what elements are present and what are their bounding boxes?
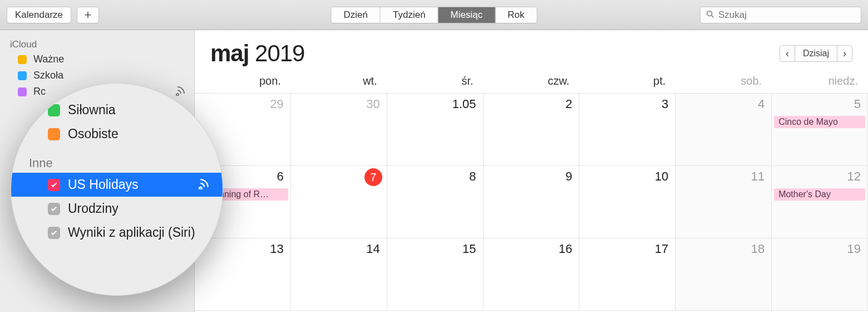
- prev-button[interactable]: ‹: [780, 46, 795, 61]
- calendar-cell[interactable]: 16: [484, 238, 580, 311]
- sidebar-section-icloud: iCloud: [0, 36, 194, 51]
- view-week[interactable]: Tydzień: [381, 7, 438, 23]
- zoom-item-urodziny[interactable]: Urodziny: [11, 197, 223, 221]
- date-nav: ‹ Dzisiaj ›: [780, 45, 852, 62]
- view-year[interactable]: Rok: [495, 7, 536, 23]
- dow-thu: czw.: [484, 75, 580, 87]
- day-number: 19: [847, 242, 861, 256]
- day-number: 3: [662, 97, 668, 111]
- sidebar-item-label: Rc: [33, 86, 46, 98]
- day-number: 12: [847, 169, 861, 184]
- calendar-cell[interactable]: 19: [772, 238, 868, 311]
- sidebar-item-szkola[interactable]: Szkoła: [0, 67, 194, 84]
- calendar-color-swatch: [18, 55, 27, 64]
- day-number: 8: [469, 169, 476, 184]
- calendars-button[interactable]: Kalendarze: [7, 7, 71, 23]
- zoom-item-label: Siłownia: [68, 103, 116, 118]
- broadcast-icon: [175, 85, 186, 99]
- calendar-cell[interactable]: 2: [484, 94, 580, 166]
- day-number: 1.05: [452, 97, 476, 111]
- event-pill[interactable]: Cinco de Mayo: [774, 116, 865, 128]
- day-number: 9: [565, 169, 572, 184]
- search-icon: [706, 10, 714, 20]
- day-number: 11: [751, 169, 765, 184]
- event-pill[interactable]: Mother's Day: [774, 188, 865, 201]
- view-month[interactable]: Miesiąc: [438, 7, 496, 23]
- zoom-item-label: Wyniki z aplikacji (Siri): [68, 225, 195, 240]
- calendar-title: maj 2019: [210, 40, 304, 67]
- next-button[interactable]: ›: [837, 46, 852, 61]
- calendar-grid: 29301.052345Cinco de Mayo6Beginning of R…: [195, 93, 868, 311]
- calendar-cell[interactable]: 4: [675, 94, 772, 166]
- svg-line-1: [712, 15, 714, 17]
- view-day[interactable]: Dzień: [332, 7, 381, 23]
- calendar-cell[interactable]: 1.05: [387, 94, 484, 166]
- day-number: 30: [366, 97, 379, 111]
- calendar-cell[interactable]: 30: [291, 94, 387, 166]
- calendar-cell[interactable]: 7: [291, 166, 387, 238]
- plus-icon: +: [85, 8, 92, 22]
- zoom-item-us-holidays[interactable]: US Holidays: [11, 173, 223, 197]
- checkbox-checked-icon[interactable]: [48, 179, 60, 191]
- today-button[interactable]: Dzisiaj: [795, 46, 837, 61]
- zoom-item-siri[interactable]: Wyniki z aplikacji (Siri): [11, 221, 223, 245]
- zoom-item-label: Osobiste: [68, 126, 119, 142]
- add-button[interactable]: +: [77, 7, 99, 23]
- checkbox-checked-icon[interactable]: [48, 227, 60, 239]
- calendar-cell[interactable]: 17: [579, 238, 675, 311]
- zoom-item-label: US Holidays: [68, 177, 139, 192]
- sidebar-item-label: Szkoła: [33, 70, 63, 81]
- dow-mon: pon.: [195, 75, 291, 87]
- calendar-cell[interactable]: 13: [195, 238, 291, 311]
- day-number: 13: [270, 242, 283, 256]
- view-switch: Dzień Tydzień Miesiąc Rok: [331, 7, 537, 23]
- dow-tue: wt.: [291, 75, 387, 87]
- checkbox-checked-icon[interactable]: [48, 203, 60, 215]
- calendar-color-swatch: [18, 87, 27, 96]
- day-number: 5: [854, 97, 861, 111]
- day-number: 18: [751, 242, 765, 256]
- dow-fri: pt.: [579, 75, 675, 87]
- calendar-cell[interactable]: 8: [387, 166, 484, 238]
- calendar-header: maj 2019 ‹ Dzisiaj ›: [195, 30, 868, 71]
- day-number: 14: [366, 242, 379, 256]
- day-number: 4: [758, 97, 765, 111]
- calendar-cell[interactable]: 14: [291, 238, 387, 311]
- calendar-month: maj: [210, 40, 249, 66]
- day-number: 2: [565, 97, 572, 111]
- chevron-left-icon: ‹: [786, 48, 789, 60]
- sidebar-item-wazne[interactable]: Ważne: [0, 51, 194, 67]
- calendar-cell[interactable]: 11: [675, 166, 772, 238]
- day-number: 29: [270, 97, 283, 111]
- dow-sun: niedz.: [772, 75, 868, 87]
- zoom-section-inne: Inne: [11, 146, 223, 173]
- calendar-year: 2019: [255, 40, 304, 66]
- calendar-cell[interactable]: 5Cinco de Mayo: [772, 94, 868, 166]
- dow-sat: sob.: [675, 75, 772, 87]
- zoom-magnifier: Siłownia Osobiste Inne US Holidays Urodz…: [11, 84, 223, 295]
- toolbar: Kalendarze + Dzień Tydzień Miesiąc Rok: [0, 0, 868, 30]
- day-number: 6: [277, 169, 284, 184]
- day-number: 16: [559, 242, 572, 256]
- sidebar-item-label: Ważne: [33, 53, 64, 65]
- day-number: 17: [655, 242, 668, 256]
- search-field[interactable]: [700, 7, 861, 23]
- svg-point-0: [707, 11, 712, 16]
- calendar-color-swatch: [48, 128, 60, 140]
- calendar-color-swatch: [18, 71, 27, 80]
- dow-wed: śr.: [387, 75, 484, 87]
- search-input[interactable]: [718, 9, 855, 21]
- zoom-item-osobiste[interactable]: Osobiste: [11, 122, 223, 146]
- day-of-week-row: pon. wt. śr. czw. pt. sob. niedz.: [195, 71, 868, 93]
- calendar-cell[interactable]: 10: [579, 166, 675, 238]
- calendar-cell[interactable]: 18: [675, 238, 772, 311]
- day-number: 10: [655, 169, 668, 184]
- day-number: 15: [462, 242, 476, 256]
- calendar-main: maj 2019 ‹ Dzisiaj › pon. wt. śr. czw. p…: [195, 30, 868, 312]
- day-number: 7: [364, 168, 382, 186]
- calendar-cell[interactable]: 12Mother's Day: [772, 166, 868, 238]
- calendar-cell[interactable]: 3: [579, 94, 675, 166]
- chevron-right-icon: ›: [843, 48, 846, 60]
- calendar-cell[interactable]: 9: [484, 166, 580, 238]
- calendar-cell[interactable]: 15: [387, 238, 484, 311]
